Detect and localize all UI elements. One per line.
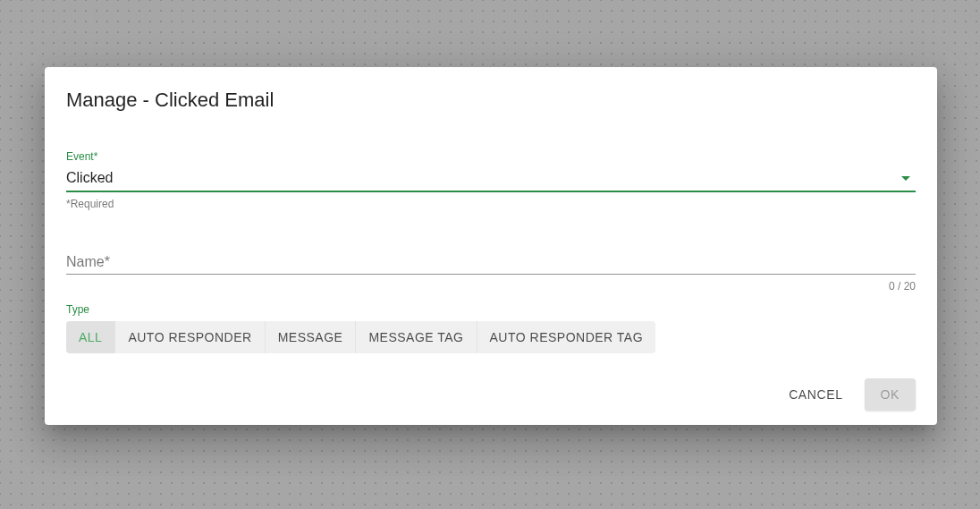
name-char-counter: 0 / 20 xyxy=(66,280,916,293)
event-helper: *Required xyxy=(66,198,916,210)
type-section: Type ALL AUTO RESPONDER MESSAGE MESSAGE … xyxy=(66,303,916,353)
event-label: Event* xyxy=(66,151,916,162)
name-placeholder: Name* xyxy=(66,254,110,274)
type-option-auto-responder-tag[interactable]: AUTO RESPONDER TAG xyxy=(477,321,656,353)
event-select[interactable]: Clicked xyxy=(66,165,916,192)
manage-dialog: Manage - Clicked Email Event* Clicked *R… xyxy=(45,67,937,425)
name-field: Name* 0 / 20 xyxy=(66,250,916,293)
cancel-button[interactable]: CANCEL xyxy=(778,378,853,411)
dialog-title: Manage - Clicked Email xyxy=(66,89,916,112)
type-toggle-group: ALL AUTO RESPONDER MESSAGE MESSAGE TAG A… xyxy=(66,321,655,353)
type-label: Type xyxy=(66,303,916,316)
type-option-message-tag[interactable]: MESSAGE TAG xyxy=(356,321,477,353)
type-option-all[interactable]: ALL xyxy=(66,321,115,353)
type-option-message[interactable]: MESSAGE xyxy=(266,321,357,353)
dialog-actions: CANCEL OK xyxy=(66,378,916,411)
name-input[interactable]: Name* xyxy=(66,250,916,275)
event-field: Event* Clicked *Required xyxy=(66,151,916,210)
type-option-auto-responder[interactable]: AUTO RESPONDER xyxy=(115,321,265,353)
dropdown-arrow-icon xyxy=(901,176,910,181)
event-value: Clicked xyxy=(66,170,113,186)
ok-button[interactable]: OK xyxy=(865,378,916,411)
